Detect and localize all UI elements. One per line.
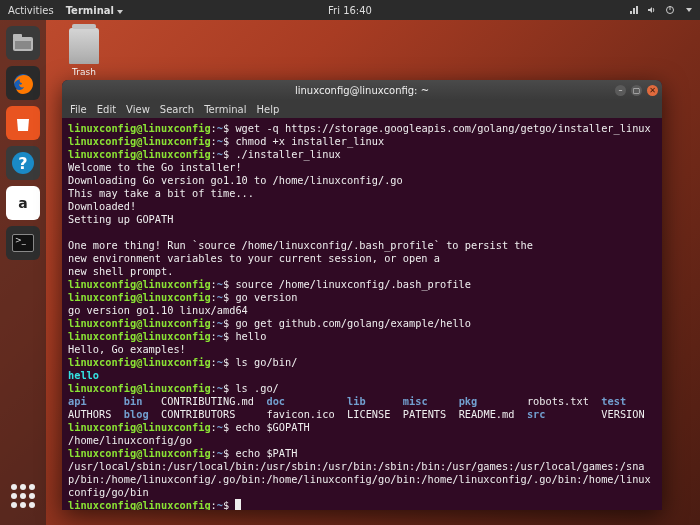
app-menu-label: Terminal (66, 5, 114, 16)
status-area[interactable] (629, 5, 692, 15)
svg-rect-4 (15, 41, 31, 49)
launcher-files[interactable] (6, 26, 40, 60)
files-icon (12, 33, 34, 53)
launcher-amazon[interactable]: a (6, 186, 40, 220)
launcher-firefox[interactable] (6, 66, 40, 100)
launcher-software[interactable] (6, 106, 40, 140)
menu-terminal[interactable]: Terminal (204, 104, 246, 115)
menu-file[interactable]: File (70, 104, 87, 115)
trash-icon (69, 28, 99, 64)
svg-rect-3 (13, 34, 22, 39)
window-close-button[interactable]: ✕ (647, 85, 658, 96)
shopping-bag-icon (13, 113, 33, 133)
terminal-titlebar[interactable]: linuxconfig@linuxconfig: ~ – ▢ ✕ (62, 80, 662, 100)
menu-view[interactable]: View (126, 104, 150, 115)
chevron-down-icon (117, 10, 123, 14)
volume-icon (647, 5, 657, 15)
launcher-help[interactable]: ? (6, 146, 40, 180)
clock[interactable]: Fri 16:40 (328, 5, 372, 16)
terminal-icon (12, 234, 34, 252)
terminal-cursor (235, 499, 241, 510)
activities-button[interactable]: Activities (8, 5, 54, 16)
chevron-down-icon (686, 8, 692, 12)
window-maximize-button[interactable]: ▢ (631, 85, 642, 96)
desktop-trash-label: Trash (60, 67, 108, 77)
desktop-trash[interactable]: Trash (60, 28, 108, 77)
terminal-body[interactable]: linuxconfig@linuxconfig:~$ wget -q https… (62, 118, 662, 510)
terminal-menubar: File Edit View Search Terminal Help (62, 100, 662, 118)
menu-search[interactable]: Search (160, 104, 194, 115)
launcher-show-apps[interactable] (6, 479, 40, 513)
firefox-icon (11, 71, 35, 95)
help-icon: ? (12, 152, 34, 174)
app-menu[interactable]: Terminal (66, 5, 123, 16)
launcher-terminal[interactable] (6, 226, 40, 260)
terminal-window: linuxconfig@linuxconfig: ~ – ▢ ✕ File Ed… (62, 80, 662, 510)
window-minimize-button[interactable]: – (615, 85, 626, 96)
power-icon (665, 5, 675, 15)
menu-help[interactable]: Help (256, 104, 279, 115)
terminal-title: linuxconfig@linuxconfig: ~ (295, 85, 429, 96)
amazon-icon: a (18, 195, 27, 211)
menu-edit[interactable]: Edit (97, 104, 116, 115)
network-icon (629, 5, 639, 15)
top-bar: Activities Terminal Fri 16:40 (0, 0, 700, 20)
launcher-dock: ? a (0, 20, 46, 525)
